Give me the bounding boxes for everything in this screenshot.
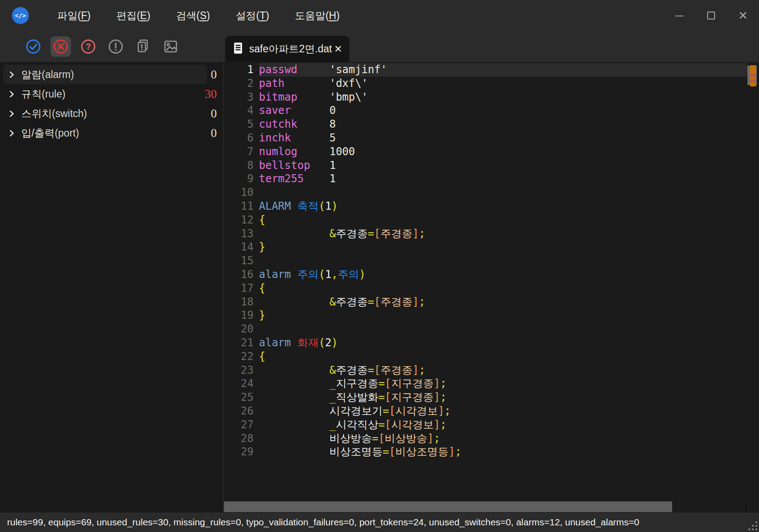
chevron-right-icon xyxy=(8,90,16,98)
menu-item-search[interactable]: 검색(S) xyxy=(163,0,223,31)
code-text: bellstop 1 xyxy=(259,159,747,172)
line-number: 18 xyxy=(223,295,257,309)
line-number: 19 xyxy=(223,309,257,322)
question-button[interactable]: ? xyxy=(78,36,98,57)
image-button[interactable] xyxy=(160,36,181,57)
close-icon: ✕ xyxy=(738,9,748,23)
tab-safe-apartment-dat[interactable]: safe아파트2면.dat ✕ xyxy=(225,36,349,62)
tab-close-button[interactable]: ✕ xyxy=(334,44,342,54)
toolbar: ? xyxy=(23,31,181,62)
code-line-20: 20 xyxy=(223,322,747,336)
sidebar-rows: 알람(alarm)0규칙(rule)30스위치(switch)0입/출력(por… xyxy=(0,62,223,143)
line-number: 27 xyxy=(223,418,257,432)
line-number: 10 xyxy=(223,186,257,200)
error-button[interactable] xyxy=(51,36,71,57)
code-text: 시각경보기=[시각경보]; xyxy=(259,404,747,418)
code-line-9: 9term255 1 xyxy=(223,172,747,186)
sidebar-item-label: 입/출력(port) xyxy=(21,126,79,140)
line-number: 12 xyxy=(223,213,257,227)
question-circle-icon: ? xyxy=(80,38,97,55)
menu-item-file[interactable]: 파일(F) xyxy=(44,0,103,31)
app-logo-icon: </> xyxy=(12,7,29,24)
line-number: 21 xyxy=(223,336,257,350)
sidebar-tree: 알람(alarm)0규칙(rule)30스위치(switch)0입/출력(por… xyxy=(0,62,223,512)
code-text: path 'dxf\' xyxy=(259,77,747,90)
svg-text:?: ? xyxy=(86,42,91,51)
line-number: 14 xyxy=(223,240,257,254)
close-button[interactable]: ✕ xyxy=(727,0,759,31)
item-count-badge: 0 xyxy=(211,126,217,140)
line-number: 20 xyxy=(223,322,257,336)
code-line-12: 12{ xyxy=(223,213,747,227)
code-text: _지구경종=[지구경종]; xyxy=(259,377,747,391)
code-line-5: 5cutchk 8 xyxy=(223,117,747,131)
code-line-27: 27 _시각직상=[시각경보]; xyxy=(223,418,747,432)
check-button[interactable] xyxy=(23,36,43,57)
code-text: ALARM 축적(1) xyxy=(259,200,747,213)
report-button[interactable] xyxy=(133,36,153,57)
code-line-3: 3bitmap 'bmp\' xyxy=(223,90,747,104)
item-count-badge: 0 xyxy=(211,68,217,82)
line-number: 29 xyxy=(223,445,257,459)
sidebar-item-port[interactable]: 입/출력(port)0 xyxy=(0,123,223,143)
code-line-1: 1passwd 'samjinf' xyxy=(223,63,747,77)
menu-item-help[interactable]: 도움말(H) xyxy=(282,0,352,31)
sidebar-item-label: 스위치(switch) xyxy=(21,107,87,121)
code-text: &주경종=[주경종]; xyxy=(259,295,747,309)
code-text: 비상조명등=[비상조명등]; xyxy=(259,445,747,459)
code-text: &주경종=[주경종]; xyxy=(259,364,747,377)
code-text: numlog 1000 xyxy=(259,145,747,159)
code-text: _직상발화=[지구경종]; xyxy=(259,391,747,404)
code-text: saver 0 xyxy=(259,104,747,117)
maximize-button[interactable] xyxy=(695,0,727,31)
tab-title: safe아파트2면.dat xyxy=(249,42,332,56)
code-text xyxy=(259,186,747,200)
sidebar-item-alarm[interactable]: 알람(alarm)0 xyxy=(0,65,223,84)
copy-report-icon xyxy=(135,38,152,55)
menu-item-edit[interactable]: 편집(E) xyxy=(103,0,163,31)
code-editor[interactable]: 1passwd 'samjinf'2path 'dxf\'3bitmap 'bm… xyxy=(223,62,759,512)
code-text: alarm 주의(1,주의) xyxy=(259,268,747,282)
line-number: 3 xyxy=(223,90,257,104)
scrollbar-corner xyxy=(746,501,747,512)
horizontal-scrollbar-thumb[interactable] xyxy=(224,501,672,512)
code-text: { xyxy=(259,282,747,295)
code-line-2: 2path 'dxf\' xyxy=(223,77,747,90)
line-number: 23 xyxy=(223,364,257,377)
code-line-17: 17{ xyxy=(223,282,747,295)
line-number: 15 xyxy=(223,254,257,268)
minimize-button[interactable]: ─ xyxy=(663,0,695,31)
line-number: 2 xyxy=(223,77,257,90)
code-line-6: 6inchk 5 xyxy=(223,131,747,145)
app-window: </> 파일(F)편집(E)검색(S)설정(T)도움말(H) ─ ✕ ? saf… xyxy=(0,0,759,532)
minimize-icon: ─ xyxy=(675,9,683,23)
menu-item-settings[interactable]: 설정(T) xyxy=(223,0,282,31)
document-icon xyxy=(233,42,243,56)
code-line-7: 7numlog 1000 xyxy=(223,145,747,159)
code-text: bitmap 'bmp\' xyxy=(259,90,747,104)
line-number: 17 xyxy=(223,282,257,295)
code-line-22: 22{ xyxy=(223,350,747,364)
line-number: 13 xyxy=(223,227,257,241)
code-lines: 1passwd 'samjinf'2path 'dxf\'3bitmap 'bm… xyxy=(223,63,747,459)
code-line-11: 11ALARM 축적(1) xyxy=(223,200,747,213)
resize-grip[interactable] xyxy=(747,520,757,530)
code-line-10: 10 xyxy=(223,186,747,200)
line-number: 24 xyxy=(223,377,257,391)
warning-button[interactable] xyxy=(106,36,126,57)
code-text: { xyxy=(259,213,747,227)
code-text: } xyxy=(259,309,747,322)
code-line-19: 19} xyxy=(223,309,747,322)
error-circle-icon xyxy=(52,38,69,55)
sidebar-item-rule[interactable]: 규칙(rule)30 xyxy=(0,84,223,104)
line-number: 7 xyxy=(223,145,257,159)
code-line-4: 4saver 0 xyxy=(223,104,747,117)
code-text xyxy=(259,254,747,268)
code-text xyxy=(259,322,747,336)
line-number: 26 xyxy=(223,404,257,418)
sidebar-item-switch[interactable]: 스위치(switch)0 xyxy=(0,104,223,123)
code-line-21: 21alarm 화재(2) xyxy=(223,336,747,350)
chevron-right-icon xyxy=(8,129,16,137)
code-text: 비상방송=[비상방송]; xyxy=(259,432,747,446)
line-number: 9 xyxy=(223,172,257,186)
